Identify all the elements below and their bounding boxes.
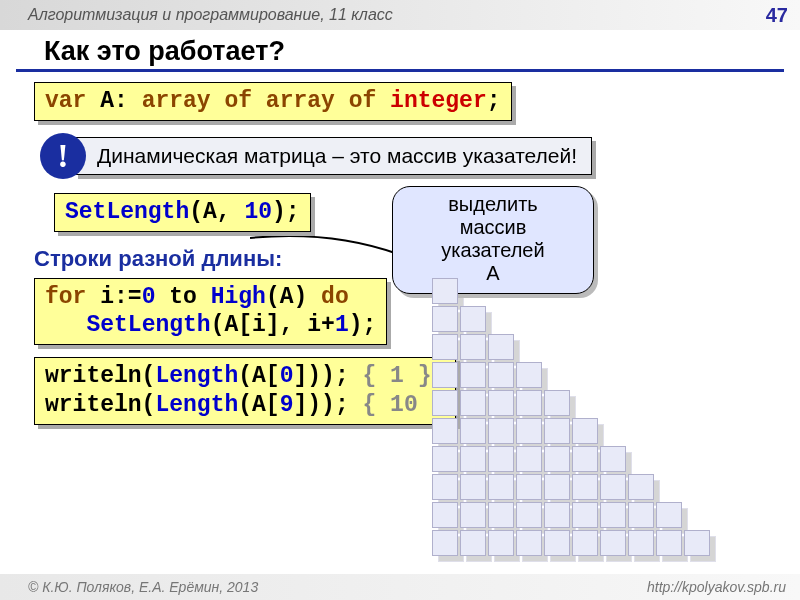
- footer-url: http://kpolyakov.spb.ru: [647, 579, 786, 595]
- bubble-line: указателей: [399, 239, 587, 262]
- note-row: ! Динамическая матрица – это массив указ…: [40, 133, 800, 179]
- copyright: © К.Ю. Поляков, Е.А. Ерёмин, 2013: [28, 579, 258, 595]
- note-text: Динамическая матрица – это массив указат…: [74, 137, 592, 175]
- slide-footer: © К.Ю. Поляков, Е.А. Ерёмин, 2013 http:/…: [0, 574, 800, 600]
- bubble-line: выделить: [399, 193, 587, 216]
- code-declaration: var A: array of array of integer;: [34, 82, 512, 121]
- page-number: 47: [766, 4, 788, 27]
- slide-header: Алгоритмизация и программирование, 11 кл…: [0, 0, 800, 30]
- code-writeln: writeln(Length(A[0])); { 1 } writeln(Len…: [34, 357, 456, 425]
- code-forloop: for i:=0 to High(A) do SetLength(A[i], i…: [34, 278, 387, 346]
- stair-grid: [430, 276, 712, 558]
- subject-title: Алгоритмизация и программирование, 11 кл…: [28, 6, 393, 24]
- exclamation-icon: !: [40, 133, 86, 179]
- code-setlength: SetLength(A, 10);: [54, 193, 311, 232]
- bubble-line: массив: [399, 216, 587, 239]
- slide-title: Как это работает?: [16, 30, 784, 72]
